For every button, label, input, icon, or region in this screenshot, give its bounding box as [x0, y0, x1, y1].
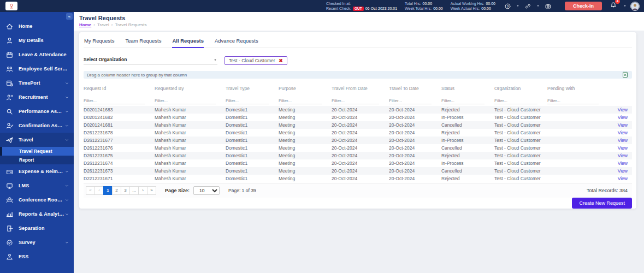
sidebar-item-label: Employee Self Service — [19, 66, 69, 72]
sidebar-subitem-report[interactable]: Report — [0, 156, 74, 164]
view-link[interactable]: View — [618, 122, 628, 128]
chip-remove-icon[interactable]: ✖ — [279, 58, 283, 63]
sidebar-collapse-button[interactable]: « — [66, 13, 73, 20]
breadcrumb-separator: › — [93, 22, 95, 27]
column-header-label[interactable]: Requested By — [155, 86, 184, 91]
page-size-select[interactable]: 10 — [193, 186, 220, 195]
help-icon[interactable]: ? — [504, 3, 511, 10]
sidebar-item-lms[interactable]: LMS — [0, 179, 74, 193]
cell-actions: View — [608, 145, 632, 151]
filter-input-request-id[interactable] — [84, 98, 145, 104]
filter-input-requested-by[interactable] — [155, 98, 216, 104]
column-header-request-id: Request Id — [84, 82, 155, 92]
column-header-label[interactable]: Organization — [494, 86, 521, 91]
pager-button-187[interactable]: » — [147, 186, 156, 195]
cell-organization: Test - Cloud Customer — [494, 115, 547, 120]
organization-select[interactable]: Select Organization — [84, 57, 217, 64]
chevron-down-icon[interactable] — [516, 4, 520, 8]
pager-button-ellipsis[interactable]: ... — [129, 186, 139, 195]
view-link[interactable]: View — [618, 115, 628, 120]
filter-input-travel-to-date[interactable] — [389, 98, 432, 104]
filter-input-organization[interactable] — [494, 98, 537, 104]
cell-to-date: 20-Oct-2024 — [389, 130, 441, 135]
cell-from-date: 20-Oct-2024 — [332, 176, 389, 181]
sidebar-item-travel[interactable]: Travel — [0, 133, 74, 147]
filter-input-status[interactable] — [441, 98, 485, 104]
sidebar-item-confirmation-assessment[interactable]: Confirmation Assessment — [0, 118, 74, 133]
sidebar-item-leave-attendance[interactable]: Leave & Attendance — [0, 48, 74, 62]
cell-organization: Test - Cloud Customer — [494, 138, 547, 143]
chevron-down-icon — [64, 95, 69, 100]
sidebar-item-timeport[interactable]: TimePort — [0, 76, 74, 90]
grid-filter-row — [84, 94, 632, 106]
sidebar-item-separation[interactable]: Separation — [0, 221, 74, 235]
filter-cell-purpose — [279, 94, 332, 104]
sidebar-item-ess[interactable]: ESS — [0, 250, 74, 264]
column-header-travel-to-date: Travel To Date — [389, 82, 441, 92]
view-link[interactable]: View — [618, 145, 628, 151]
sidebar-item-expense-reimbursement[interactable]: Expense & Reimbursement — [0, 164, 74, 179]
chevron-down-icon[interactable] — [536, 4, 540, 8]
view-link[interactable]: View — [618, 107, 628, 112]
column-header-label[interactable]: Purpose — [279, 86, 296, 91]
sidebar-item-home[interactable]: Home — [0, 19, 74, 33]
tab-advance-requests[interactable]: Advance Requests — [215, 38, 258, 48]
sidebar-item-performance-assessment[interactable]: Performance Assessment — [0, 104, 74, 118]
column-header-label[interactable]: Pending With — [547, 86, 575, 91]
cell-from-date: 20-Oct-2024 — [332, 107, 389, 112]
tab-my-requests[interactable]: My Requests — [84, 38, 114, 48]
view-link[interactable]: View — [618, 153, 628, 158]
column-header-pending-with: Pending With — [547, 82, 608, 92]
create-new-request-button[interactable]: Create New Request — [572, 198, 632, 209]
column-header-label[interactable]: Travel To Date — [389, 86, 419, 91]
pager-button-51[interactable]: 3 — [121, 186, 130, 195]
filter-input-pending-with[interactable] — [547, 98, 599, 104]
sidebar-item-label: Separation — [19, 225, 69, 231]
table-row: D2612231674Mahesh KumarDomestic1Meeting2… — [84, 159, 632, 167]
cell-organization: Test - Cloud Customer — [494, 176, 547, 181]
pager-button-8250[interactable]: › — [138, 186, 147, 195]
main-content: Travel Requests Home›Travel›Travel Reque… — [74, 12, 644, 273]
pager-button-49[interactable]: 1 — [103, 186, 113, 195]
column-header-label[interactable]: Status — [441, 86, 454, 91]
tab-team-requests[interactable]: Team Requests — [125, 38, 161, 48]
view-link[interactable]: View — [618, 130, 628, 135]
breadcrumb-home[interactable]: Home — [79, 22, 91, 27]
filter-input-purpose[interactable] — [279, 98, 322, 104]
sidebar-item-employee-self-service[interactable]: Employee Self Service — [0, 62, 74, 76]
column-header-status: Status — [441, 82, 494, 92]
sidebar-item-recruitment[interactable]: Recruitment — [0, 90, 74, 104]
view-link[interactable]: View — [618, 176, 628, 181]
tab-all-requests[interactable]: All Requests — [172, 38, 204, 48]
chevron-down-icon[interactable] — [623, 4, 627, 8]
cell-requested-by: Mahesh Kumar — [155, 176, 226, 181]
recruitment-icon — [5, 93, 14, 102]
cell-status: In-Process — [441, 161, 494, 166]
cell-status: Cancelled — [441, 168, 494, 174]
camera-icon[interactable] — [545, 3, 552, 10]
filter-input-travel-from-date[interactable] — [332, 98, 379, 104]
top-bar: Checked In at: Recent Check: OUT 06-Oct-… — [0, 0, 644, 12]
sidebar-item-label: Travel — [19, 137, 64, 143]
cell-to-date: 20-Oct-2024 — [389, 122, 441, 128]
sidebar-item-conference-room-booking[interactable]: Conference Room Booking — [0, 193, 74, 207]
check-in-button[interactable]: Check-In — [565, 2, 602, 10]
column-header-label[interactable]: Travel From Date — [332, 86, 368, 91]
sidebar-subitem-travel-request[interactable]: Travel Request — [0, 147, 74, 156]
filter-input-travel-type[interactable] — [226, 98, 269, 104]
app-logo[interactable] — [5, 2, 17, 10]
notifications-bell[interactable]: 4 — [610, 1, 617, 11]
sidebar-item-survey[interactable]: Survey — [0, 235, 74, 250]
view-link[interactable]: View — [618, 168, 628, 174]
column-header-label[interactable]: Travel Type — [226, 86, 250, 91]
column-header-label[interactable]: Request Id — [84, 86, 106, 91]
view-link[interactable]: View — [618, 161, 628, 166]
view-link[interactable]: View — [618, 138, 628, 143]
cell-requested-by: Mahesh Kumar — [155, 153, 226, 158]
avatar[interactable] — [630, 2, 640, 11]
pager-button-50[interactable]: 2 — [112, 186, 121, 195]
excel-export-icon[interactable] — [622, 71, 629, 79]
sidebar-item-my-details[interactable]: My Details — [0, 33, 74, 48]
link-icon[interactable] — [524, 3, 531, 10]
sidebar-item-reports-analytics[interactable]: Reports & Analytics — [0, 207, 74, 221]
